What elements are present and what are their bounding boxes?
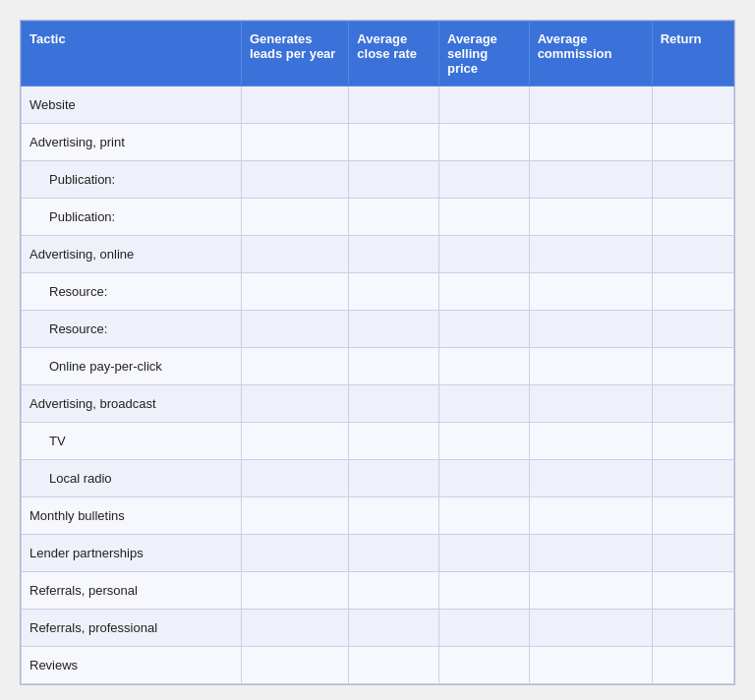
main-table-container: Tactic Generates leads per year Average … — [20, 20, 735, 685]
leads-cell — [241, 385, 348, 423]
leads-cell — [241, 348, 348, 385]
leads-cell — [241, 87, 348, 124]
return-cell — [652, 236, 733, 273]
close-rate-cell — [349, 385, 439, 423]
table-row: Resource: — [22, 311, 734, 348]
return-cell — [652, 610, 733, 647]
selling-price-cell — [438, 423, 529, 460]
selling-price-cell — [438, 348, 529, 385]
close-rate-cell — [349, 236, 439, 273]
table-row: Referrals, personal — [22, 572, 734, 610]
header-commission: Average commission — [529, 22, 652, 87]
table-header-row: Tactic Generates leads per year Average … — [22, 22, 734, 87]
table-row: Referrals, professional — [22, 610, 734, 647]
table-row: Resource: — [22, 273, 734, 311]
commission-cell — [529, 460, 652, 497]
return-cell — [652, 460, 733, 497]
return-cell — [652, 497, 733, 535]
table-row: Publication: — [22, 199, 734, 236]
header-selling-price: Average selling price — [438, 22, 529, 87]
header-tactic: Tactic — [22, 22, 242, 87]
leads-cell — [241, 161, 348, 199]
commission-cell — [529, 124, 652, 161]
leads-cell — [241, 647, 348, 684]
leads-cell — [241, 572, 348, 610]
selling-price-cell — [438, 535, 529, 572]
table-row: Advertising, online — [22, 236, 734, 273]
leads-cell — [241, 423, 348, 460]
close-rate-cell — [349, 497, 439, 535]
commission-cell — [529, 236, 652, 273]
tactic-cell: Local radio — [22, 460, 242, 497]
leads-cell — [241, 497, 348, 535]
table-row: TV — [22, 423, 734, 460]
close-rate-cell — [349, 273, 439, 311]
table-row: Reviews — [22, 647, 734, 684]
leads-cell — [241, 535, 348, 572]
leads-cell — [241, 460, 348, 497]
tactics-table: Tactic Generates leads per year Average … — [21, 21, 734, 684]
header-close-rate: Average close rate — [349, 22, 439, 87]
tactic-cell: Lender partnerships — [22, 535, 242, 572]
return-cell — [652, 647, 733, 684]
commission-cell — [529, 423, 652, 460]
commission-cell — [529, 647, 652, 684]
tactic-cell: Referrals, personal — [22, 572, 242, 610]
commission-cell — [529, 273, 652, 311]
return-cell — [652, 535, 733, 572]
header-return: Return — [652, 22, 733, 87]
selling-price-cell — [438, 124, 529, 161]
return-cell — [652, 199, 733, 236]
table-row: Publication: — [22, 161, 734, 199]
table-row: Website — [22, 87, 734, 124]
selling-price-cell — [438, 385, 529, 423]
close-rate-cell — [349, 423, 439, 460]
selling-price-cell — [438, 497, 529, 535]
return-cell — [652, 348, 733, 385]
commission-cell — [529, 348, 652, 385]
tactic-cell: Advertising, print — [22, 124, 242, 161]
commission-cell — [529, 497, 652, 535]
selling-price-cell — [438, 87, 529, 124]
return-cell — [652, 423, 733, 460]
tactic-cell: Publication: — [22, 161, 242, 199]
table-body: WebsiteAdvertising, printPublication:Pub… — [22, 87, 734, 684]
close-rate-cell — [349, 161, 439, 199]
table-row: Advertising, broadcast — [22, 385, 734, 423]
return-cell — [652, 385, 733, 423]
commission-cell — [529, 572, 652, 610]
close-rate-cell — [349, 87, 439, 124]
commission-cell — [529, 199, 652, 236]
selling-price-cell — [438, 273, 529, 311]
return-cell — [652, 124, 733, 161]
close-rate-cell — [349, 311, 439, 348]
selling-price-cell — [438, 311, 529, 348]
commission-cell — [529, 311, 652, 348]
leads-cell — [241, 610, 348, 647]
selling-price-cell — [438, 236, 529, 273]
return-cell — [652, 572, 733, 610]
tactic-cell: TV — [22, 423, 242, 460]
tactic-cell: Referrals, professional — [22, 610, 242, 647]
close-rate-cell — [349, 199, 439, 236]
tactic-cell: Website — [22, 87, 242, 124]
tactic-cell: Resource: — [22, 273, 242, 311]
return-cell — [652, 87, 733, 124]
close-rate-cell — [349, 124, 439, 161]
tactic-cell: Advertising, broadcast — [22, 385, 242, 423]
tactic-cell: Resource: — [22, 311, 242, 348]
selling-price-cell — [438, 610, 529, 647]
leads-cell — [241, 124, 348, 161]
table-row: Lender partnerships — [22, 535, 734, 572]
commission-cell — [529, 385, 652, 423]
selling-price-cell — [438, 199, 529, 236]
table-row: Advertising, print — [22, 124, 734, 161]
return-cell — [652, 161, 733, 199]
leads-cell — [241, 199, 348, 236]
selling-price-cell — [438, 572, 529, 610]
tactic-cell: Online pay-per-click — [22, 348, 242, 385]
tactic-cell: Publication: — [22, 199, 242, 236]
table-row: Local radio — [22, 460, 734, 497]
commission-cell — [529, 161, 652, 199]
return-cell — [652, 311, 733, 348]
